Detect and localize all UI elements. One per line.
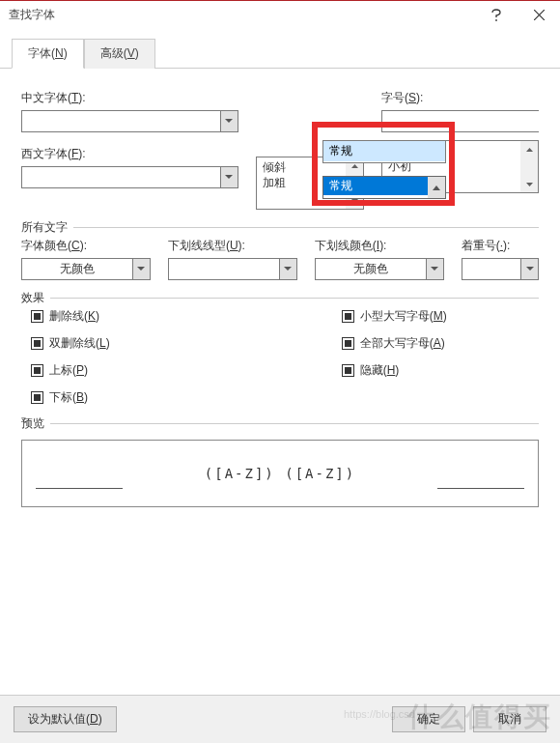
effects-group: 效果 删除线(K) 双删除线(L) 上标(P) 下标(B) 小型大写字母(M) … bbox=[21, 298, 539, 406]
chevron-down-icon[interactable] bbox=[426, 258, 444, 280]
content: 中文字体(T): 西文字体(F): x 倾斜 加粗 bbox=[0, 69, 560, 525]
underline-style-label: 下划线线型(U): bbox=[168, 238, 297, 254]
scrollbar[interactable] bbox=[520, 141, 538, 192]
emphasis-combo[interactable] bbox=[462, 258, 539, 280]
ok-button[interactable]: 确定 bbox=[392, 706, 465, 732]
western-font-label: 西文字体(F): bbox=[21, 146, 238, 162]
effects-legend: 效果 bbox=[21, 290, 50, 306]
check-allcaps[interactable]: 全部大写字母(A) bbox=[342, 335, 447, 352]
checkbox-indeterminate-icon bbox=[342, 364, 354, 377]
checkbox-indeterminate-icon bbox=[342, 310, 354, 323]
size-label: 字号(S): bbox=[381, 90, 539, 106]
preview-legend: 预览 bbox=[21, 415, 50, 432]
check-subscript[interactable]: 下标(B) bbox=[31, 389, 110, 406]
all-text-group: 所有文字 字体颜色(C): 无颜色 下划线线型(U): 下划线颜色(I): 无颜… bbox=[21, 227, 539, 280]
check-smallcaps[interactable]: 小型大写字母(M) bbox=[342, 308, 447, 325]
western-font-input[interactable] bbox=[21, 166, 220, 188]
tab-advanced[interactable]: 高级(V) bbox=[84, 39, 155, 69]
size-input-combo[interactable] bbox=[381, 110, 539, 132]
chevron-down-icon[interactable] bbox=[132, 258, 151, 280]
chevron-down-icon[interactable] bbox=[520, 258, 539, 280]
titlebar: 查找字体 bbox=[0, 0, 560, 29]
checkbox-indeterminate-icon bbox=[31, 391, 43, 404]
all-text-legend: 所有文字 bbox=[21, 219, 73, 236]
chinese-font-combo[interactable] bbox=[21, 110, 238, 132]
chevron-down-icon[interactable] bbox=[220, 110, 238, 132]
checkbox-indeterminate-icon bbox=[31, 310, 43, 323]
check-dstrike[interactable]: 双删除线(L) bbox=[31, 335, 110, 352]
chevron-up-icon[interactable] bbox=[428, 177, 445, 198]
close-button[interactable] bbox=[518, 1, 560, 30]
font-color-combo[interactable]: 无颜色 bbox=[21, 258, 151, 280]
style-option-regular[interactable]: 常规 bbox=[323, 177, 428, 195]
check-hidden[interactable]: 隐藏(H) bbox=[342, 362, 447, 379]
default-button[interactable]: 设为默认值(D) bbox=[14, 706, 117, 732]
footer: 设为默认值(D) 确定 取消 bbox=[0, 695, 560, 743]
checkbox-indeterminate-icon bbox=[31, 364, 43, 377]
underline-color-label: 下划线颜色(I): bbox=[315, 238, 444, 254]
font-color-label: 字体颜色(C): bbox=[21, 238, 151, 254]
chevron-down-icon[interactable] bbox=[220, 166, 238, 188]
size-input[interactable] bbox=[381, 110, 539, 132]
chinese-font-label: 中文字体(T): bbox=[21, 90, 238, 106]
help-button[interactable] bbox=[475, 1, 518, 30]
style-dropdown[interactable]: 常规 bbox=[322, 176, 446, 199]
check-superscript[interactable]: 上标(P) bbox=[31, 362, 110, 379]
scroll-up-icon[interactable] bbox=[520, 141, 538, 157]
tab-font[interactable]: 字体(N) bbox=[12, 39, 84, 69]
emphasis-label: 着重号(·): bbox=[462, 238, 539, 254]
preview-box: ([A-Z]) ([A-Z]) bbox=[21, 440, 539, 507]
scroll-down-icon[interactable] bbox=[520, 176, 538, 192]
checkbox-indeterminate-icon bbox=[342, 337, 354, 350]
preview-group: 预览 ([A-Z]) ([A-Z]) bbox=[21, 423, 539, 507]
style-input[interactable]: 常规 bbox=[322, 140, 446, 163]
chinese-font-input[interactable] bbox=[21, 110, 220, 132]
preview-text: ([A-Z]) ([A-Z]) bbox=[205, 466, 355, 481]
underline-style-combo[interactable] bbox=[168, 258, 297, 280]
western-font-combo[interactable] bbox=[21, 166, 238, 188]
underline-color-combo[interactable]: 无颜色 bbox=[315, 258, 444, 280]
checkbox-indeterminate-icon bbox=[31, 337, 43, 350]
tab-strip: 字体(N) 高级(V) bbox=[0, 39, 560, 69]
cancel-button[interactable]: 取消 bbox=[473, 706, 546, 732]
window-title: 查找字体 bbox=[9, 7, 475, 23]
check-strike[interactable]: 删除线(K) bbox=[31, 308, 110, 325]
chevron-down-icon[interactable] bbox=[279, 258, 297, 280]
